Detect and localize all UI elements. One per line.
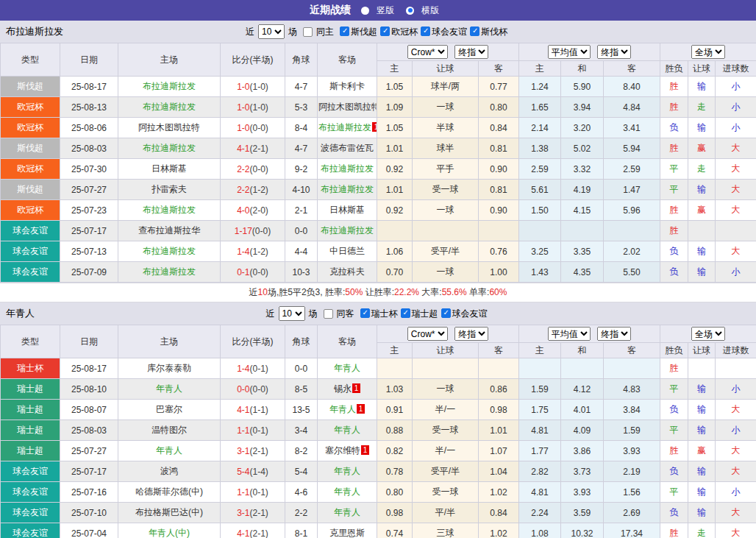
handicap-result-cell: 走 (688, 159, 716, 180)
live-badge: 1 (357, 404, 365, 414)
team-name: 温特图尔 (151, 425, 187, 435)
full-time-score: 2-2 (237, 185, 249, 195)
team-name: 年青人 (156, 445, 182, 456)
team-name: 布拉迪斯拉发 (143, 205, 196, 215)
match-row: 欧冠杯25-08-13布拉迪斯拉发1-0(1-0)5-3阿拉木图凯拉特1.09一… (1, 97, 756, 118)
same-checkbox-label[interactable]: 同主 (316, 26, 334, 38)
league-checkbox[interactable] (401, 308, 410, 318)
bookmaker-select[interactable]: Crow* (407, 45, 448, 59)
full-time-score: 1-4 (237, 247, 249, 257)
vertical-radio-label[interactable]: 竖版 (377, 4, 394, 17)
league-checkbox-label[interactable]: 斯伐杯 (481, 26, 507, 37)
avg-home-odds: 4.81 (519, 482, 561, 503)
crow-handicap: 一球 (413, 200, 479, 221)
league-checkbox-label[interactable]: 球会友谊 (452, 308, 488, 319)
result-cell: 胜 (660, 77, 688, 97)
horizontal-radio-label[interactable]: 横版 (421, 4, 439, 17)
match-date: 25-07-13 (60, 241, 118, 262)
result-cell: 负 (660, 503, 688, 523)
summary-part: 单率: (467, 287, 490, 297)
match-count-select[interactable]: 10 (279, 306, 305, 321)
league-checkbox[interactable] (470, 26, 479, 36)
team-cell: 布拉迪斯拉发 (318, 221, 377, 241)
half-time-score: (0-1) (250, 425, 268, 436)
full-time-score: 4-1 (237, 405, 249, 415)
team-name: 阿拉木图凯拉特 (318, 102, 377, 112)
col-handicap-result: 让球 (688, 61, 716, 77)
match-date: 25-08-17 (60, 358, 118, 379)
corner-score: 0-0 (285, 221, 318, 241)
crow-home-odds: 0.92 (377, 159, 413, 180)
goals-result-cell: 大 (716, 461, 756, 482)
avg-select[interactable]: 平均值 (548, 327, 591, 341)
avg-odds-group: 平均值 终指 (519, 43, 660, 61)
team-cell: 年青人 (318, 482, 377, 503)
match-count-select[interactable]: 10 (258, 24, 285, 39)
team-name: 日林斯基 (151, 163, 187, 174)
crow-home-odds: 0.70 (377, 262, 413, 283)
league-checkbox-label[interactable]: 瑞士杯 (371, 308, 398, 319)
full-match-select[interactable]: 全场 (691, 45, 725, 59)
avg-odds-time-select[interactable]: 终指 (597, 327, 631, 341)
league-checkbox[interactable] (441, 308, 451, 318)
league-checkbox-label[interactable]: 欧冠杯 (391, 26, 418, 37)
result-cell: 胜 (660, 138, 688, 159)
filter-bar: 近 10 场 同客 瑞士杯瑞士超球会友谊 (266, 306, 491, 321)
half-time-score: (1-2) (250, 185, 268, 195)
league-checkbox[interactable] (340, 26, 349, 36)
same-checkbox[interactable] (303, 27, 313, 37)
page-title: 近期战绩 (310, 4, 351, 17)
crow-odds-time-select[interactable]: 终指 (454, 45, 488, 59)
team-cell: 布拉迪斯拉发 (118, 200, 221, 221)
vertical-radio[interactable] (361, 7, 369, 15)
avg-draw-odds: 4.35 (561, 262, 604, 283)
full-match-select[interactable]: 全场 (691, 327, 725, 341)
handicap-result-cell: 输 (688, 241, 716, 262)
avg-draw-odds: 5.02 (561, 138, 604, 159)
summary-part: 近 (249, 287, 258, 297)
league-checkbox-label[interactable]: 瑞士超 (412, 308, 438, 319)
match-row: 球会友谊25-07-13布拉迪斯拉发1-4(1-2)4-4中日德兰1.06受平/… (1, 241, 756, 262)
league-checkbox[interactable] (421, 26, 430, 36)
team-cell: 巴塞尔 (118, 400, 221, 420)
goals-result-cell: 大 (716, 159, 756, 180)
result-cell: 平 (660, 159, 688, 180)
crow-odds-time-select[interactable]: 终指 (454, 327, 488, 341)
col-crow-away: 客 (479, 343, 519, 358)
league-checkbox[interactable] (380, 26, 390, 36)
league-checkbox-label[interactable]: 球会友谊 (432, 26, 467, 37)
crow-home-odds (377, 358, 413, 379)
summary-part: 场,胜5平2负3, 胜率: (268, 287, 345, 297)
team-cell: 布拉迪斯拉发 (318, 159, 377, 180)
match-date: 25-08-10 (60, 379, 118, 400)
crow-handicap: 受一球 (413, 180, 479, 200)
summary-part: 55.6% (442, 287, 467, 297)
same-checkbox-label[interactable]: 同客 (337, 308, 354, 320)
avg-away-odds: 2.19 (604, 461, 660, 482)
team-cell: 年青人 (318, 420, 377, 441)
same-checkbox[interactable] (324, 309, 333, 319)
col-type: 类型 (1, 325, 60, 358)
avg-select[interactable]: 平均值 (548, 45, 591, 59)
avg-home-odds: 1.77 (519, 441, 561, 461)
match-type-badge: 球会友谊 (1, 482, 60, 503)
corner-score: 0-0 (285, 358, 318, 379)
col-crow-home: 主 (377, 61, 413, 77)
horizontal-radio[interactable] (406, 7, 414, 15)
match-type-badge: 瑞士超 (1, 441, 60, 461)
match-date: 25-07-27 (60, 441, 118, 461)
match-date: 25-08-03 (60, 138, 118, 159)
avg-odds-time-select[interactable]: 终指 (597, 45, 631, 59)
half-time-score: (1-0) (250, 102, 268, 113)
col-corner: 角球 (285, 325, 318, 358)
team-name: 布拉迪斯拉发 (143, 266, 196, 277)
avg-away-odds: 8.40 (604, 77, 660, 97)
match-score: 1-1(0-1) (221, 420, 285, 441)
bookmaker-select[interactable]: Crow* (407, 327, 448, 341)
goals-result-cell: 大 (716, 180, 756, 200)
team-cell: 塞尔维特1 (318, 441, 377, 461)
league-checkbox[interactable] (360, 308, 370, 318)
league-checkbox-label[interactable]: 斯伐超 (351, 26, 377, 37)
goals-result-cell: 小 (716, 262, 756, 283)
handicap-result-cell: 走 (688, 523, 716, 538)
